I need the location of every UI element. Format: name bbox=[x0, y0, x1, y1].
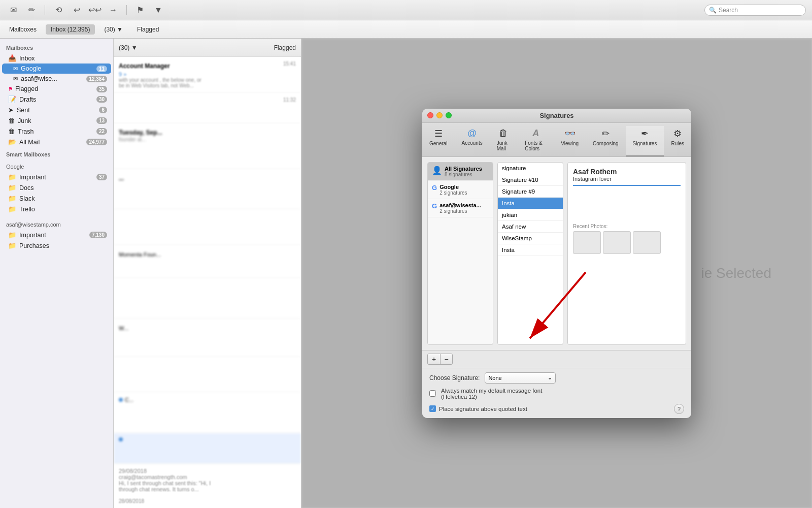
unread-dot-10 bbox=[119, 398, 123, 402]
reply-icon[interactable]: ↩ bbox=[70, 3, 84, 17]
sidebar-google[interactable]: ✉ Google 11 bbox=[2, 64, 111, 74]
email-preview-1b: be in Web Visitors tab, not Web... bbox=[119, 83, 296, 88]
place-sig-row: ✓ Place signature above quoted text ? bbox=[429, 404, 684, 414]
sidebar-purchases[interactable]: 📁 Purchases bbox=[2, 240, 111, 251]
sig-item-10[interactable]: Signature #10 bbox=[498, 174, 563, 186]
tab-signatures[interactable]: ✒ Signatures bbox=[626, 126, 664, 156]
sidebar-asaf[interactable]: ✉ asaf@wise... 12,384 bbox=[2, 74, 111, 84]
sort-tab[interactable]: (30) ▼ bbox=[99, 24, 128, 35]
google-section: Google bbox=[0, 160, 113, 172]
flag-dropdown-icon[interactable]: ▼ bbox=[151, 3, 165, 17]
help-button[interactable]: ? bbox=[674, 404, 684, 414]
close-button[interactable] bbox=[427, 112, 433, 118]
sig-photo-3 bbox=[633, 231, 661, 254]
email-item-2[interactable]: 11:32 bbox=[114, 93, 301, 123]
choose-sig-select[interactable]: None ⌄ bbox=[485, 372, 556, 384]
sidebar-trash[interactable]: 🗑 Trash 22 bbox=[2, 126, 111, 137]
reply-all-icon[interactable]: ↩↩ bbox=[88, 3, 102, 17]
tab-junk-mail[interactable]: 🗑 Junk Mail bbox=[490, 126, 518, 156]
email-item-4[interactable]: ... bbox=[114, 169, 301, 210]
dialog-title: Signatures bbox=[539, 112, 573, 119]
composing-icon: ✏ bbox=[602, 128, 610, 139]
fonts-icon: A bbox=[532, 128, 539, 139]
forward-icon[interactable]: → bbox=[106, 3, 120, 17]
google-account-icon: G bbox=[432, 184, 437, 192]
sidebar-all-mail[interactable]: 📂 All Mail 24,977 bbox=[2, 137, 111, 147]
flag-icon[interactable]: ⚑ bbox=[133, 3, 147, 17]
sig-add-remove: + − bbox=[427, 354, 453, 365]
sig-item-insta-1[interactable]: Insta bbox=[498, 198, 563, 209]
content-area: ie Selected Signatures ☰ bbox=[301, 39, 812, 508]
get-mail-icon[interactable]: ⟲ bbox=[51, 3, 65, 17]
sig-item-signature[interactable]: signature bbox=[498, 163, 563, 174]
place-sig-checkbox[interactable]: ✓ bbox=[429, 405, 436, 412]
sig-item-wisestamp[interactable]: WiseStamp bbox=[498, 233, 563, 244]
tab-accounts-label: Accounts bbox=[462, 140, 483, 146]
sent-icon: ➤ bbox=[8, 106, 14, 114]
email-sender-10: C... bbox=[125, 397, 133, 403]
sidebar-drafts[interactable]: 📝 Drafts 30 bbox=[2, 94, 111, 105]
sig-account-google[interactable]: G Google 2 signatures bbox=[428, 181, 493, 199]
tab-rules[interactable]: ⚙ Rules bbox=[664, 126, 691, 156]
tab-general[interactable]: ☰ General bbox=[422, 126, 455, 156]
minimize-button[interactable] bbox=[436, 112, 443, 118]
junk-mail-icon: 🗑 bbox=[499, 128, 508, 139]
sidebar-trello[interactable]: 📁 Trello bbox=[2, 204, 111, 214]
sidebar-slack[interactable]: 📁 Slack bbox=[2, 193, 111, 204]
sig-account-asaf[interactable]: G asaf@wisesta... 2 signatures bbox=[428, 199, 493, 217]
sig-item-jukian[interactable]: jukian bbox=[498, 209, 563, 221]
email-item-10[interactable]: C... bbox=[114, 393, 301, 433]
all-sigs-name: All Signatures bbox=[445, 166, 482, 172]
slack-icon: 📁 bbox=[8, 195, 16, 202]
sidebar-important2[interactable]: 📁 Important 7,130 bbox=[2, 230, 111, 240]
font-match-checkbox[interactable] bbox=[429, 390, 436, 397]
sidebar-inbox[interactable]: 📥 Inbox bbox=[2, 53, 111, 64]
sidebar-sent[interactable]: ➤ Sent 6 bbox=[2, 105, 111, 115]
important-icon: 📁 bbox=[8, 173, 16, 181]
tab-general-label: General bbox=[429, 141, 448, 146]
sig-account-all[interactable]: 👤 All Signatures 8 signatures bbox=[428, 163, 493, 181]
search-icon: 🔍 bbox=[709, 7, 717, 14]
rules-icon: ⚙ bbox=[673, 128, 682, 139]
sig-item-asaf-new[interactable]: Asaf new bbox=[498, 221, 563, 233]
trash-icon: 🗑 bbox=[8, 128, 15, 135]
email-item-1[interactable]: Account Manager 15:41 9 » with your acco… bbox=[114, 57, 301, 93]
mailboxes-tab[interactable]: Mailboxes bbox=[4, 24, 42, 35]
email-item-9[interactable] bbox=[114, 357, 301, 393]
compose-icon[interactable]: ✏ bbox=[24, 3, 39, 17]
sidebar-flagged[interactable]: ⚑ Flagged 35 bbox=[2, 84, 111, 94]
sig-item-9[interactable]: Signature #9 bbox=[498, 186, 563, 198]
remove-signature-button[interactable]: − bbox=[440, 354, 452, 364]
add-signature-button[interactable]: + bbox=[428, 354, 440, 364]
email-item-3[interactable]: Tuesday, Sep... founder at... bbox=[114, 123, 301, 169]
flagged-tab[interactable]: Flagged bbox=[132, 24, 164, 35]
email-item-11[interactable] bbox=[114, 433, 301, 464]
signatures-icon: ✒ bbox=[641, 128, 649, 139]
sidebar-important[interactable]: 📁 Important 37 bbox=[2, 172, 111, 182]
sig-item-insta-2[interactable]: Insta bbox=[498, 244, 563, 256]
docs-icon: 📁 bbox=[8, 184, 16, 192]
tab-accounts[interactable]: @ Accounts bbox=[455, 126, 490, 156]
important-badge: 37 bbox=[96, 174, 107, 180]
sidebar-junk[interactable]: 🗑 Junk 13 bbox=[2, 115, 111, 126]
email-item-5[interactable] bbox=[114, 210, 301, 245]
flagged-filter[interactable]: Flagged bbox=[274, 44, 296, 51]
place-sig-label: Place signature above quoted text bbox=[439, 406, 527, 412]
email-item-6[interactable]: Momenta Foun... bbox=[114, 245, 301, 278]
email-item-8[interactable]: W... bbox=[114, 319, 301, 357]
asaf-account-name: asaf@wisesta... bbox=[439, 202, 481, 208]
email-date-sep2: 28/08/2018 bbox=[114, 496, 301, 506]
sort-dropdown[interactable]: (30) ▼ bbox=[119, 44, 138, 51]
tab-fonts[interactable]: A Fonts & Colors bbox=[518, 126, 554, 156]
tab-fonts-label: Fonts & Colors bbox=[525, 140, 547, 151]
new-message-icon[interactable]: ✉ bbox=[6, 3, 20, 17]
all-mail-icon: 📂 bbox=[8, 138, 16, 146]
tab-viewing[interactable]: 👓 Viewing bbox=[554, 126, 586, 156]
email-item-7[interactable] bbox=[114, 278, 301, 319]
search-box[interactable]: 🔍 Search bbox=[704, 5, 806, 16]
inbox-tab[interactable]: Inbox (12,395) bbox=[46, 24, 95, 35]
footer-choose-sig-row: Choose Signature: None ⌄ bbox=[429, 372, 684, 384]
maximize-button[interactable] bbox=[446, 112, 452, 118]
tab-composing[interactable]: ✏ Composing bbox=[586, 126, 626, 156]
sidebar-docs[interactable]: 📁 Docs bbox=[2, 182, 111, 193]
